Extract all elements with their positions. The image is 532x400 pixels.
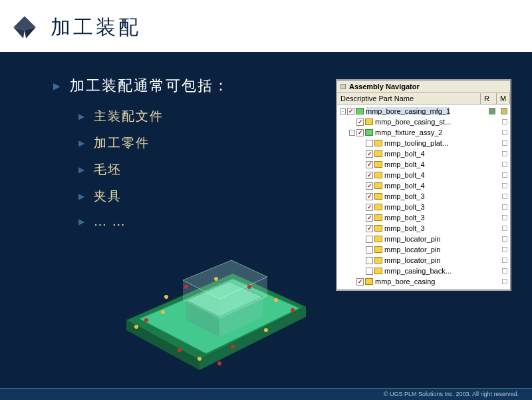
- tree-label[interactable]: mmp_locator_pin: [384, 235, 440, 243]
- part-icon: [374, 246, 382, 253]
- tree-checkbox[interactable]: [366, 193, 373, 200]
- tree-checkbox[interactable]: [366, 140, 373, 147]
- tree-label[interactable]: mmp_fixture_assy_2: [375, 128, 443, 136]
- status-icon: [489, 108, 495, 114]
- svg-point-22: [214, 277, 218, 281]
- tree-checkbox[interactable]: [356, 129, 364, 136]
- tree-row[interactable]: mmp_bolt_4: [337, 180, 510, 191]
- tree-checkbox[interactable]: [366, 225, 373, 232]
- status-icon: [501, 108, 507, 114]
- sub-bullet-text: 毛坯: [94, 161, 122, 178]
- tree-label[interactable]: mmp_bolt_3: [384, 224, 425, 232]
- pin-icon[interactable]: [340, 84, 346, 89]
- svg-point-26: [217, 361, 221, 365]
- tree-label[interactable]: mmp_casing_back...: [384, 267, 452, 275]
- tree-checkbox[interactable]: [366, 214, 373, 222]
- svg-point-24: [164, 295, 168, 299]
- tree-row[interactable]: mmp_bore_casing: [337, 276, 510, 287]
- part-icon: [374, 225, 382, 232]
- tree-row-status: [485, 247, 510, 252]
- tree-checkbox[interactable]: [366, 161, 373, 168]
- col-descriptive-name[interactable]: Descriptive Part Name: [337, 93, 481, 104]
- tree-row-status: [485, 204, 510, 210]
- tree-row[interactable]: mmp_bolt_4: [337, 159, 510, 170]
- tree-row[interactable]: mmp_locator_pin: [337, 255, 510, 266]
- svg-point-16: [198, 357, 201, 361]
- svg-point-18: [264, 328, 268, 332]
- tree-row[interactable]: mmp_bolt_3: [337, 212, 510, 223]
- status-box: [502, 226, 507, 231]
- tree-row-status: [485, 108, 510, 114]
- part-icon: [374, 172, 382, 178]
- status-box: [502, 215, 507, 220]
- tree-label[interactable]: mmp_bolt_4: [384, 150, 425, 158]
- part-icon: [374, 204, 382, 210]
- tree-row-status: [485, 172, 510, 178]
- navigator-tree[interactable]: -mmp_bore_casing_mfg_1mmp_bore_casing_st…: [337, 104, 510, 290]
- assembly-navigator-panel[interactable]: Assembly Navigator Descriptive Part Name…: [336, 80, 511, 290]
- bullet-arrow-icon: ▶: [78, 112, 86, 122]
- status-box: [502, 204, 507, 210]
- tree-row[interactable]: mmp_locator_pin: [337, 244, 510, 255]
- tree-checkbox[interactable]: [356, 278, 364, 286]
- tree-label[interactable]: mmp_bolt_4: [384, 160, 425, 168]
- tree-expander-icon[interactable]: -: [340, 108, 346, 114]
- tree-label[interactable]: mmp_tooling_plat...: [384, 139, 448, 147]
- tree-checkbox[interactable]: [366, 172, 373, 179]
- status-box: [502, 151, 507, 156]
- status-box: [502, 140, 507, 146]
- tree-row-status: [485, 151, 510, 156]
- sub-bullet-text: 加工零件: [94, 134, 150, 152]
- tree-checkbox[interactable]: [366, 150, 373, 158]
- tree-row-status: [485, 194, 510, 199]
- status-box: [502, 183, 507, 188]
- tree-row[interactable]: mmp_casing_back...: [337, 266, 510, 276]
- tree-row[interactable]: mmp_bolt_3: [337, 223, 510, 234]
- tree-label[interactable]: mmp_bolt_3: [384, 203, 425, 211]
- tree-row[interactable]: mmp_locator_pin: [337, 234, 510, 244]
- logo-icon: [11, 13, 39, 41]
- tree-label[interactable]: mmp_bore_casing_st...: [375, 118, 451, 126]
- tree-row[interactable]: -mmp_fixture_assy_2: [337, 127, 510, 138]
- tree-checkbox[interactable]: [366, 257, 373, 264]
- col-r[interactable]: R: [481, 93, 497, 104]
- part-icon: [374, 214, 382, 221]
- tree-row[interactable]: -mmp_bore_casing_mfg_1: [337, 106, 510, 116]
- tree-label[interactable]: mmp_bore_casing: [375, 278, 436, 286]
- tree-checkbox[interactable]: [347, 108, 354, 115]
- part-icon: [374, 140, 382, 146]
- part-icon: [374, 193, 382, 200]
- tree-checkbox[interactable]: [366, 204, 373, 211]
- tree-label[interactable]: mmp_bore_casing_mfg_1: [366, 107, 450, 115]
- tree-label[interactable]: mmp_bolt_4: [384, 182, 425, 190]
- tree-row[interactable]: mmp_bolt_3: [337, 202, 510, 212]
- svg-point-14: [161, 310, 165, 314]
- status-box: [502, 247, 507, 252]
- tree-label[interactable]: mmp_bolt_3: [384, 214, 425, 222]
- tree-row-status: [485, 140, 510, 146]
- part-icon: [374, 161, 382, 168]
- part-icon: [374, 182, 382, 189]
- tree-row[interactable]: mmp_bolt_4: [337, 170, 510, 180]
- tree-row[interactable]: mmp_tooling_plat...: [337, 138, 510, 148]
- tree-label[interactable]: mmp_locator_pin: [384, 256, 440, 264]
- assembly-icon: [356, 108, 364, 114]
- tree-checkbox[interactable]: [356, 118, 364, 126]
- tree-checkbox[interactable]: [366, 236, 373, 243]
- part-icon: [374, 236, 382, 242]
- tree-row[interactable]: mmp_bore_casing_st...: [337, 116, 510, 127]
- tree-checkbox[interactable]: [366, 268, 373, 275]
- tree-checkbox[interactable]: [366, 182, 373, 190]
- part-icon: [374, 268, 382, 274]
- col-m[interactable]: M: [497, 93, 510, 104]
- tree-label[interactable]: mmp_bolt_4: [384, 171, 425, 179]
- tree-label[interactable]: mmp_locator_pin: [384, 246, 440, 254]
- tree-expander-icon[interactable]: -: [349, 130, 355, 136]
- tree-label[interactable]: mmp_bolt_3: [384, 192, 425, 200]
- part-icon: [374, 257, 382, 264]
- part-icon: [365, 118, 373, 125]
- tree-row-status: [485, 183, 510, 188]
- tree-row[interactable]: mmp_bolt_4: [337, 148, 510, 159]
- tree-checkbox[interactable]: [366, 246, 373, 254]
- tree-row[interactable]: mmp_bolt_3: [337, 191, 510, 202]
